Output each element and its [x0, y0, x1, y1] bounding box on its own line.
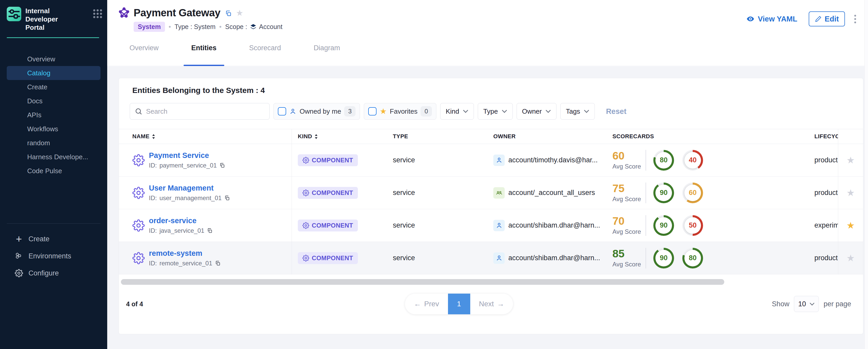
more-options-icon[interactable]	[853, 13, 858, 25]
entity-name-link[interactable]: order-service	[149, 217, 196, 225]
avg-score-value: 70	[612, 216, 645, 226]
filter-tags-dropdown[interactable]: Tags	[560, 103, 595, 120]
column-header-kind[interactable]: KIND	[292, 129, 392, 144]
avg-score-value: 60	[612, 151, 645, 161]
harness-logo-icon	[7, 7, 21, 21]
tab-overview[interactable]: Overview	[122, 30, 166, 66]
app-grid-icon[interactable]	[93, 9, 102, 18]
search-input[interactable]	[146, 107, 265, 116]
tab-diagram[interactable]: Diagram	[306, 30, 348, 66]
entity-name-link[interactable]: Payment Service	[149, 151, 209, 159]
lifecycle-cell: production	[814, 177, 838, 209]
avg-score-label: Avg Score	[612, 261, 645, 268]
name-cell: remote-systemID:remote_service_01	[119, 242, 292, 274]
table-row[interactable]: User ManagementID:user_management_01COMP…	[119, 177, 863, 209]
table-row[interactable]: order-serviceID:java_service_01COMPONENT…	[119, 209, 863, 242]
filter-owned-by-me[interactable]: Owned by me 3	[274, 103, 360, 120]
chevron-down-icon	[809, 303, 815, 306]
sidebar-item-code-pulse[interactable]: Code Pulse	[7, 164, 100, 178]
owner-value: account/shibam.dhar@harn...	[508, 221, 600, 229]
favorite-cell: ★	[838, 209, 863, 242]
sidebar-item-docs[interactable]: Docs	[7, 94, 100, 108]
owner-value: account/_account_all_users	[508, 189, 595, 197]
sort-icon[interactable]	[315, 134, 318, 139]
reset-filters-button[interactable]: Reset	[606, 107, 626, 116]
sidebar-item-configure[interactable]: Configure	[0, 264, 107, 282]
entity-id: ID:java_service_01	[149, 227, 213, 234]
chevron-down-icon	[463, 109, 468, 113]
current-page[interactable]: 1	[448, 294, 470, 314]
copy-icon[interactable]	[225, 10, 232, 17]
table-row[interactable]: remote-systemID:remote_service_01COMPONE…	[119, 242, 863, 275]
filter-favorites[interactable]: ★ Favorites 0	[364, 103, 436, 120]
lifecycle-cell: production	[814, 144, 838, 176]
count-badge: 0	[421, 106, 432, 117]
divider	[646, 215, 646, 236]
scorecard-gauge: 80	[653, 150, 674, 170]
copy-icon[interactable]	[207, 228, 213, 233]
scorecard-gauge: 60	[682, 183, 703, 203]
favorite-cell: ★	[838, 242, 863, 274]
favorite-star-icon[interactable]: ★	[846, 221, 855, 230]
chevron-down-icon	[502, 109, 507, 113]
copy-icon[interactable]	[219, 163, 225, 168]
page-size-select[interactable]: 10	[794, 296, 819, 312]
entity-id: ID:user_management_01	[149, 194, 230, 202]
sidebar-item-apis[interactable]: APIs	[7, 108, 100, 122]
copy-icon[interactable]	[215, 260, 221, 266]
sidebar-item-create[interactable]: + Create	[0, 230, 107, 248]
owner-cell: account/_account_all_users	[493, 177, 612, 209]
favorite-star-icon[interactable]: ★	[846, 188, 855, 197]
content-area: Entities Belonging to the System : 4 Own…	[107, 66, 868, 349]
prev-page-button[interactable]: ← Prev	[405, 294, 448, 314]
filter-owner-dropdown[interactable]: Owner	[517, 103, 557, 120]
scorecard-gauge: 40	[682, 150, 703, 170]
header-actions: View YAML Edit	[746, 11, 858, 27]
sidebar-item-label: Create	[27, 83, 48, 91]
checkbox[interactable]	[368, 107, 376, 116]
favorite-star-icon[interactable]: ★	[236, 8, 243, 18]
filter-kind-dropdown[interactable]: Kind	[440, 103, 474, 120]
sidebar-item-workflows[interactable]: Workflows	[7, 122, 100, 136]
filter-type-dropdown[interactable]: Type	[478, 103, 513, 120]
edit-button[interactable]: Edit	[809, 11, 845, 26]
divider	[646, 248, 646, 268]
favorite-star-icon[interactable]: ★	[846, 156, 855, 165]
favorite-star-icon[interactable]: ★	[846, 253, 855, 263]
sidebar-item-environments[interactable]: Environments	[0, 248, 107, 264]
lifecycle-value: production	[814, 254, 838, 262]
scorecards-cell: 60Avg Score8040	[612, 144, 814, 176]
tab-scorecard[interactable]: Scorecard	[241, 30, 289, 66]
table-body: Payment ServiceID:payment_service_01COMP…	[119, 144, 863, 275]
sidebar-item-catalog[interactable]: Catalog	[7, 66, 100, 80]
lifecycle-value: production	[814, 189, 838, 197]
column-header-lifecycle: LIFECYCLE	[814, 129, 838, 144]
sidebar-footer: + Create Environments Configure	[0, 230, 107, 282]
next-page-button[interactable]: Next →	[470, 294, 513, 314]
type-cell: service	[392, 177, 493, 209]
count-badge: 3	[344, 106, 355, 117]
sidebar-item-random[interactable]: random	[7, 136, 100, 150]
sort-icon[interactable]	[152, 134, 155, 139]
tab-entities[interactable]: Entities	[184, 30, 224, 66]
scorecard-gauge: 50	[682, 215, 703, 236]
sidebar-item-create[interactable]: Create	[7, 80, 100, 94]
avg-score-value: 75	[612, 183, 645, 194]
sidebar-item-overview[interactable]: Overview	[7, 52, 100, 66]
sidebar-item-harness-develope[interactable]: Harness Develope...	[7, 150, 100, 164]
scorecards-cell: 75Avg Score9060	[612, 177, 814, 209]
chevron-down-icon	[584, 109, 589, 113]
horizontal-scrollbar[interactable]	[121, 279, 863, 285]
column-header-name[interactable]: NAME	[119, 129, 292, 144]
entity-name-link[interactable]: User Management	[149, 184, 214, 192]
view-yaml-button[interactable]: View YAML	[746, 15, 797, 23]
scrollbar-thumb[interactable]	[121, 279, 724, 285]
checkbox[interactable]	[278, 107, 286, 116]
tab-bar: Overview Entities Scorecard Diagram	[107, 30, 868, 66]
window-scrollbar[interactable]	[864, 0, 868, 349]
copy-icon[interactable]	[224, 195, 230, 201]
pager: ← Prev 1 Next →	[405, 294, 513, 314]
component-gear-icon	[132, 154, 145, 166]
entity-name-link[interactable]: remote-system	[149, 249, 202, 257]
table-row[interactable]: Payment ServiceID:payment_service_01COMP…	[119, 144, 863, 177]
